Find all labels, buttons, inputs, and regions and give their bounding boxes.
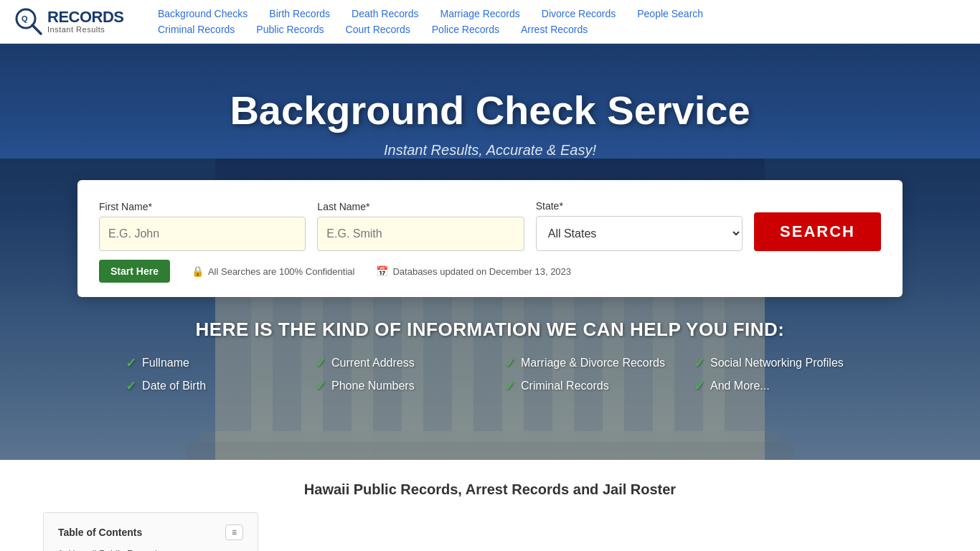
info-item-dob: ✓ Date of Birth (126, 378, 286, 394)
hero-title: Background Check Service (230, 87, 750, 133)
nav-death-records[interactable]: Death Records (352, 8, 418, 19)
search-footer: Start Here 🔒 All Searches are 100% Confi… (99, 260, 881, 283)
content-page-title: Hawaii Public Records, Arrest Records an… (43, 481, 937, 498)
lock-icon: 🔒 (192, 265, 204, 277)
content-section: Hawaii Public Records, Arrest Records an… (0, 460, 980, 551)
nav-public-records[interactable]: Public Records (256, 24, 324, 35)
nav-row-2: Criminal Records Public Records Court Re… (158, 22, 966, 37)
search-box: First Name* Last Name* State* All States… (77, 180, 903, 297)
last-name-label: Last Name* (317, 201, 524, 212)
check-icon-7: ✓ (504, 378, 515, 394)
info-label-social: Social Networking Profiles (710, 357, 844, 369)
state-select[interactable]: All States AlabamaAlaskaArizona Arkansas… (536, 216, 743, 251)
logo-sub-text: Instant Results (47, 25, 124, 34)
toc-item-1[interactable]: 1. Hawaii Public Records (58, 546, 243, 551)
last-name-group: Last Name* (317, 201, 524, 251)
info-item-phone: ✓ Phone Numbers (315, 378, 476, 394)
search-button[interactable]: SEARCH (754, 212, 881, 251)
info-item-more: ✓ And More... (694, 378, 854, 394)
nav-links: Background Checks Birth Records Death Re… (143, 6, 966, 37)
db-update-note: 📅 Databases updated on December 13, 2023 (376, 265, 571, 277)
state-label: State* (536, 200, 743, 212)
hero-section: Background Check Service Instant Results… (0, 44, 980, 460)
info-item-address: ✓ Current Address (315, 355, 476, 371)
info-label-phone: Phone Numbers (331, 380, 415, 392)
nav-birth-records[interactable]: Birth Records (269, 8, 330, 19)
hero-content: Background Check Service Instant Results… (0, 44, 980, 394)
search-fields: First Name* Last Name* State* All States… (99, 200, 881, 251)
nav-row-1: Background Checks Birth Records Death Re… (158, 6, 966, 22)
check-icon-6: ✓ (315, 378, 326, 394)
first-name-input[interactable] (99, 217, 306, 251)
info-label-marriage: Marriage & Divorce Records (521, 357, 665, 369)
calendar-icon: 📅 (376, 265, 388, 277)
check-icon-2: ✓ (315, 355, 326, 371)
first-name-group: First Name* (99, 201, 306, 251)
last-name-input[interactable] (317, 217, 524, 251)
info-item-marriage: ✓ Marriage & Divorce Records (504, 355, 665, 371)
nav-arrest-records[interactable]: Arrest Records (521, 24, 588, 35)
logo-text: RECORDS Instant Results (47, 9, 124, 34)
svg-text:Q: Q (22, 14, 28, 23)
confidential-text: All Searches are 100% Confidential (208, 266, 355, 277)
nav-marriage-records[interactable]: Marriage Records (440, 8, 520, 19)
start-here-button[interactable]: Start Here (99, 260, 170, 283)
check-icon-5: ✓ (126, 378, 136, 394)
info-label-criminal: Criminal Records (521, 380, 609, 392)
nav-criminal-records[interactable]: Criminal Records (158, 24, 235, 35)
info-item-fullname: ✓ Fullname (126, 355, 286, 371)
info-title: HERE IS THE KIND OF INFORMATION WE CAN H… (126, 319, 854, 341)
db-update-text: Databases updated on December 13, 2023 (392, 266, 571, 277)
nav-background-checks[interactable]: Background Checks (158, 8, 248, 19)
nav-police-records[interactable]: Police Records (432, 24, 499, 35)
first-name-label: First Name* (99, 201, 306, 212)
confidential-note: 🔒 All Searches are 100% Confidential (192, 265, 355, 277)
info-label-fullname: Fullname (142, 357, 189, 369)
info-item-criminal: ✓ Criminal Records (504, 378, 665, 394)
nav-court-records[interactable]: Court Records (346, 24, 410, 35)
logo-main-text: RECORDS (47, 9, 124, 25)
records-logo-icon: Q (14, 7, 43, 36)
check-icon-8: ✓ (694, 378, 705, 394)
toc-header: Table of Contents ≡ (58, 524, 243, 540)
table-of-contents: Table of Contents ≡ 1. Hawaii Public Rec… (43, 512, 258, 551)
toc-toggle-button[interactable]: ≡ (225, 524, 243, 540)
nav-people-search[interactable]: People Search (637, 8, 703, 19)
svg-line-1 (32, 25, 41, 34)
info-grid: ✓ Fullname ✓ Current Address ✓ Marriage … (126, 355, 854, 394)
info-item-social: ✓ Social Networking Profiles (694, 355, 854, 371)
check-icon-4: ✓ (694, 355, 705, 371)
navbar: Q RECORDS Instant Results Background Che… (0, 0, 980, 44)
info-section: HERE IS THE KIND OF INFORMATION WE CAN H… (83, 319, 897, 394)
toc-label: Table of Contents (58, 527, 142, 538)
info-label-dob: Date of Birth (142, 380, 206, 392)
nav-divorce-records[interactable]: Divorce Records (542, 8, 616, 19)
info-label-more: And More... (710, 380, 770, 392)
check-icon-1: ✓ (126, 355, 136, 371)
state-group: State* All States AlabamaAlaskaArizona A… (536, 200, 743, 251)
logo[interactable]: Q RECORDS Instant Results (14, 7, 143, 36)
hero-subtitle: Instant Results, Accurate & Easy! (384, 142, 596, 159)
info-label-address: Current Address (331, 357, 415, 369)
check-icon-3: ✓ (504, 355, 515, 371)
